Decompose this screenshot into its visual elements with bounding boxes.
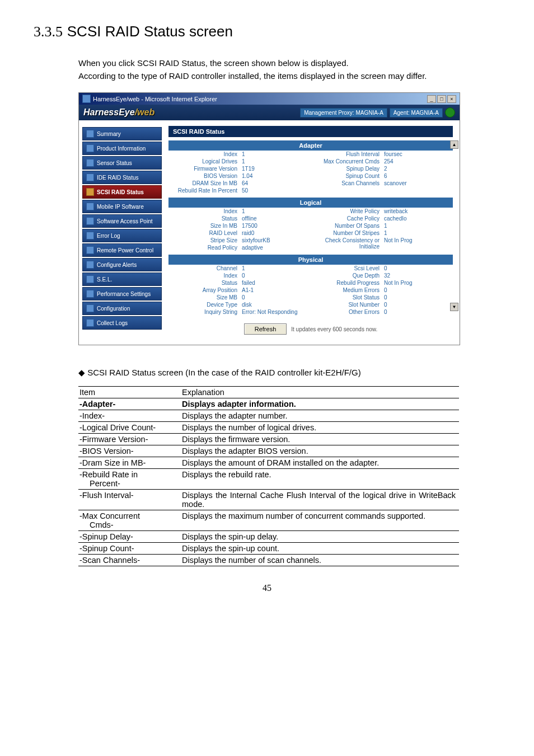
- power-icon: [86, 246, 94, 254]
- kv-row: Rebuild Rate In Percent50: [168, 187, 311, 194]
- kv-value: failed: [242, 280, 311, 286]
- kv-key: Channel: [168, 265, 242, 271]
- sidebar-item-scsi-raid[interactable]: SCSI RAID Status: [82, 185, 162, 199]
- kv-value: 2: [384, 166, 453, 172]
- sidebar-item-label: SCSI RAID Status: [97, 189, 144, 195]
- kv-key: Size MB: [168, 294, 242, 300]
- adapter-grid: Index1Logical Drives1Firmware Version1T1…: [168, 151, 453, 194]
- kv-value: 1: [242, 158, 311, 165]
- sidebar-item-label: Software Access Point: [97, 218, 153, 224]
- sidebar-item-performance[interactable]: Performance Settings: [82, 287, 162, 300]
- kv-key: Max Concurrent Cmds: [311, 158, 384, 165]
- kv-key: Rebuild Rate In Percent: [168, 187, 242, 194]
- sidebar-item-label: Product Information: [97, 145, 146, 152]
- table-header-row: Item Explanation: [78, 387, 459, 398]
- product-icon: [86, 144, 94, 152]
- kv-row: Flush Intervalfoursec: [311, 151, 453, 158]
- status-dot-icon[interactable]: [445, 107, 455, 118]
- agent-badge: Agent: MAGNIA-A: [390, 108, 443, 118]
- kv-key: Cache Policy: [311, 215, 384, 222]
- kv-key: Index: [168, 273, 242, 279]
- table-row: -Max ConcurrentCmds-Displays the maximum…: [78, 510, 459, 531]
- sidebar-item-collect-logs[interactable]: Collect Logs: [82, 316, 162, 330]
- sidebar-item-label: Error Log: [97, 233, 120, 239]
- kv-row: Index1: [168, 151, 311, 158]
- sidebar-item-configure-alerts[interactable]: Configure Alerts: [82, 258, 162, 271]
- kv-value: raid0: [242, 230, 311, 236]
- mobile-ip-icon: [86, 203, 94, 210]
- logs-icon: [86, 319, 94, 327]
- table-cell-item: -Spinup Delay-: [78, 531, 181, 543]
- kv-key: Number Of Stripes: [311, 230, 384, 236]
- kv-value: 50: [242, 187, 311, 194]
- maximize-button[interactable]: □: [437, 95, 446, 103]
- kv-value: A1-1: [242, 287, 311, 293]
- kv-key: Flush Interval: [311, 151, 384, 157]
- sidebar-item-sensor-status[interactable]: Sensor Status: [82, 156, 162, 170]
- figure-caption: SCSI RAID Status screen (In the case of …: [78, 368, 500, 378]
- kv-row: RAID Levelraid0: [168, 229, 311, 237]
- kv-row: Read Policyadaptive: [168, 244, 311, 251]
- minimize-button[interactable]: _: [427, 95, 436, 103]
- sidebar-item-product-info[interactable]: Product Information: [82, 142, 162, 155]
- sidebar-item-label: Summary: [97, 131, 121, 137]
- table-cell-explanation: Displays the number of scan channels.: [181, 555, 459, 566]
- kv-row: Slot Number0: [311, 301, 453, 308]
- kv-row: Logical Drives1: [168, 158, 311, 165]
- sidebar-item-remote-power[interactable]: Remote Power Control: [82, 243, 162, 257]
- table-cell-explanation: Displays the rebuild rate.: [181, 469, 459, 490]
- kv-value: disk: [242, 302, 311, 308]
- kv-key: Write Policy: [311, 208, 384, 214]
- scroll-down-button[interactable]: ▼: [450, 303, 458, 311]
- sidebar-item-label: S.E.L.: [97, 276, 112, 283]
- kv-value: Error: Not Responding: [242, 309, 311, 315]
- kv-row: Statusfailed: [168, 279, 311, 287]
- scroll-up-button[interactable]: ▲: [450, 140, 458, 149]
- intro-line-2: According to the type of RAID controller…: [78, 71, 427, 81]
- sidebar-item-ide-raid[interactable]: IDE RAID Status: [82, 171, 162, 184]
- sidebar-item-error-log[interactable]: Error Log: [82, 229, 162, 242]
- table-cell-item: -Rebuild Rate inPercent-: [78, 469, 181, 490]
- sidebar-item-mobile-ip[interactable]: Mobile IP Software: [82, 200, 162, 213]
- kv-key: Device Type: [168, 302, 242, 308]
- kv-value: scanover: [384, 180, 453, 186]
- scsi-raid-icon: [86, 188, 94, 196]
- table-cell-item: -Logical Drive Count-: [78, 422, 181, 434]
- kv-row: Spinup Count6: [311, 172, 453, 180]
- kv-key: Slot Number: [311, 302, 384, 308]
- intro-line-1: When you click SCSI RAID Status, the scr…: [78, 58, 349, 68]
- physical-section-bar: Physical: [168, 255, 453, 265]
- sidebar-item-sel[interactable]: S.E.L.: [82, 273, 162, 286]
- kv-value: 32: [384, 273, 453, 279]
- explanation-table: Item Explanation -Adapter-Displays adapt…: [78, 386, 459, 566]
- table-row: -Flush Interval-Displays the Internal Ca…: [78, 490, 459, 510]
- table-cell-item: -Spinup Count-: [78, 543, 181, 555]
- kv-value: Not In Prog: [384, 237, 453, 250]
- table-row: -Spinup Delay-Displays the spin-up delay…: [78, 531, 459, 543]
- kv-row: Size MB0: [168, 294, 311, 301]
- kv-value: 0: [242, 273, 311, 279]
- kv-row: DRAM Size In MB64: [168, 180, 311, 187]
- section-number: 3.3.5: [34, 24, 63, 40]
- kv-key: Scsi Level: [311, 265, 384, 271]
- window-titlebar: HarnessEye/web - Microsoft Internet Expl…: [79, 93, 460, 105]
- close-button[interactable]: ×: [447, 95, 456, 103]
- sidebar-item-software-ap[interactable]: Software Access Point: [82, 214, 162, 228]
- kv-row: Stripe SizesixtyfourKB: [168, 237, 311, 244]
- refresh-button[interactable]: Refresh: [244, 323, 287, 335]
- table-row: -Rebuild Rate inPercent-Displays the reb…: [78, 469, 459, 490]
- sidebar-item-summary[interactable]: Summary: [82, 127, 162, 140]
- col-explanation: Explanation: [181, 387, 459, 398]
- table-row: -Adapter-Displays adapter information.: [78, 398, 459, 410]
- logo-right: /web: [135, 107, 155, 117]
- table-cell-item: -BIOS Version-: [78, 445, 181, 457]
- table-row: -Scan Channels-Displays the number of sc…: [78, 555, 459, 566]
- kv-value: 0: [242, 294, 311, 300]
- section-title: SCSI RAID Status screen: [67, 23, 233, 40]
- sidebar-item-label: Configure Alerts: [97, 262, 137, 268]
- intro-text: When you click SCSI RAID Status, the scr…: [78, 57, 500, 82]
- sidebar-item-configuration[interactable]: Configuration: [82, 302, 162, 315]
- sel-icon: [86, 275, 94, 283]
- kv-value: 1: [384, 223, 453, 229]
- kv-row: Write Policywriteback: [311, 208, 453, 215]
